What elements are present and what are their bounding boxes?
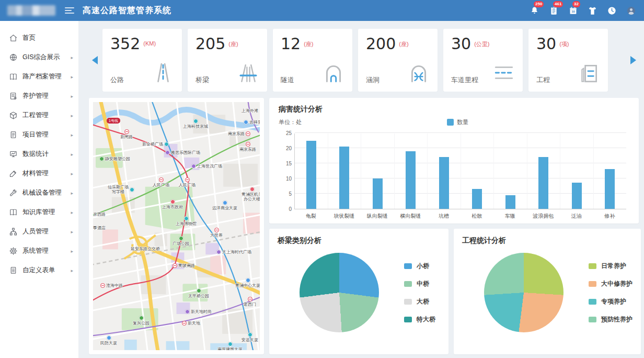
calendar-icon[interactable]: 1032	[567, 5, 579, 16]
map-label: 黄陂南路	[172, 263, 195, 268]
chevron-right-icon: ▸	[71, 132, 73, 138]
map-label-text: 太平桥公园	[188, 294, 209, 298]
map-label: 老西门	[244, 297, 256, 307]
chevron-right-icon: ▸	[71, 171, 73, 176]
legend-item-小桥[interactable]: 小桥	[404, 262, 435, 271]
bar-块状裂缝	[339, 147, 349, 209]
y-axis-tick: 15	[279, 161, 292, 166]
tunnel-icon	[323, 62, 344, 86]
chart-legend[interactable]: 数量	[447, 118, 468, 126]
bar-纵向裂缝	[373, 178, 383, 209]
map-label: 1号线	[107, 118, 120, 124]
sidebar-item-3[interactable]: 路产档案管理▸	[0, 67, 78, 86]
poi-icon-teal	[193, 119, 198, 124]
avatar-icon[interactable]	[625, 5, 637, 16]
legend-item-专项养护[interactable]: 专项养护	[589, 297, 632, 306]
main-content: 352(KM)公路205(座)桥梁12(座)隧道200(座)涵洞30(公里)车道…	[78, 21, 644, 358]
sidebar-item-5[interactable]: 工程管理▸	[0, 106, 78, 125]
stat-card-涵洞[interactable]: 200(座)涵洞	[358, 29, 438, 92]
map-label-text: 上海外滩	[242, 108, 258, 113]
legend-swatch	[447, 119, 454, 126]
map-label-text: 上海世茂广场	[197, 164, 222, 169]
y-axis-tick: 20	[279, 146, 292, 151]
bar-column	[560, 133, 593, 209]
sidebar-item-label: 知识库管理	[22, 208, 71, 217]
legend-swatch	[404, 299, 412, 305]
sidebar-item-7[interactable]: 数据统计▸	[0, 144, 78, 164]
map-label-text: 延安东路立交桥	[131, 247, 160, 251]
poi-icon-teal	[248, 332, 252, 337]
sidebar-item-2[interactable]: GIS综合展示▸	[0, 48, 78, 67]
menu-toggle-icon[interactable]	[65, 7, 74, 14]
clock-icon[interactable]	[606, 5, 617, 16]
road-icon	[152, 62, 174, 86]
legend-item-预防性养护[interactable]: 预防性养护	[589, 315, 632, 324]
poi-icon-red	[250, 187, 255, 192]
bar-column	[593, 133, 627, 209]
city-map[interactable]: 上海外滩1号线新闸路上海科技京城吉祥里南京东路南京东路新金桥广场雅居乐国际广场静…	[93, 102, 260, 350]
metro-station-icon	[185, 177, 190, 182]
chevron-right-icon: ▸	[71, 74, 73, 80]
clipboard-icon[interactable]: 461	[548, 5, 559, 16]
personnel-icon	[9, 227, 18, 236]
map-label-text: 远洋商业大厦	[212, 206, 237, 210]
map-label: 大上海时代广场	[216, 250, 251, 254]
map-label: 新天地	[182, 321, 200, 326]
legend-item-中桥[interactable]: 中桥	[404, 279, 435, 288]
engineering-pie-panel: 工程统计分析 日常养护大中修养护专项养护预防性养护	[454, 229, 641, 354]
map-label: 雅居乐国际广场	[165, 150, 200, 155]
cards-scroll-left-button[interactable]	[89, 56, 100, 64]
legend-item-大桥[interactable]: 大桥	[404, 297, 435, 306]
sidebar-item-11[interactable]: 人员管理▸	[0, 222, 78, 241]
stat-card-隧道[interactable]: 12(座)隧道	[273, 29, 352, 92]
stat-card-车道里程[interactable]: 30(公里)车道里程	[443, 29, 523, 92]
legend-item-特大桥[interactable]: 特大桥	[404, 315, 435, 324]
legend-swatch	[404, 263, 412, 269]
sidebar-item-13[interactable]: 自定义表单▸	[0, 261, 78, 280]
map-label-text: 新金桥广场	[142, 142, 163, 147]
metro-station-icon	[248, 297, 252, 301]
legend-item-大中修养护[interactable]: 大中修养护	[589, 279, 632, 288]
legend-label: 小桥	[417, 262, 429, 271]
stat-card-工程[interactable]: 30(项)工程	[528, 29, 608, 92]
sidebar-item-4[interactable]: 养护管理▸	[0, 86, 78, 106]
sidebar-item-9[interactable]: 机械设备管理▸	[0, 183, 78, 203]
shirt-icon[interactable]	[586, 5, 598, 16]
poi-icon-green	[139, 316, 144, 320]
svg-text:10: 10	[571, 10, 575, 13]
stat-card-bottom: 涵洞	[366, 62, 430, 86]
pie-legend: 小桥中桥大桥特大桥	[404, 262, 435, 324]
x-axis-label: 横向裂缝	[394, 212, 428, 220]
stat-card-公路[interactable]: 352(KM)公路	[102, 29, 182, 92]
bell-icon[interactable]: 250	[528, 5, 540, 16]
notification-badge: 32	[572, 1, 580, 7]
cards-scroll-right-button[interactable]	[627, 56, 639, 64]
stat-value: 30	[536, 36, 556, 52]
stat-unit: (座)	[399, 40, 408, 48]
map-label-text: 老西门	[244, 302, 256, 307]
metro-line-badge: 1号线	[107, 118, 120, 124]
bar-column	[361, 133, 394, 209]
map-label: 南京东路	[239, 142, 256, 152]
stat-card-桥梁[interactable]: 205(座)桥梁	[188, 29, 267, 92]
bar-column	[527, 133, 560, 209]
sidebar-item-10[interactable]: 知识库管理▸	[0, 203, 78, 222]
map-label-text: 黄陂南路	[178, 263, 195, 268]
poi-icon-red	[170, 199, 175, 204]
sidebar-item-1[interactable]: 首页	[0, 28, 78, 48]
sidebar-item-label: GIS综合展示	[22, 53, 71, 62]
sidebar-item-label: 系统管理	[22, 247, 71, 255]
map-label: 上海市政府	[162, 199, 183, 209]
sidebar-item-12[interactable]: 系统管理▸	[0, 241, 78, 261]
poi-icon-teal	[228, 342, 233, 346]
metro-station-icon	[246, 142, 250, 147]
bar-松散	[472, 189, 482, 209]
app-title: 高速公路智慧管养系统	[83, 5, 171, 16]
map-label-text: 南京东路	[228, 131, 245, 136]
legend-item-日常养护[interactable]: 日常养护	[589, 262, 632, 271]
chart-title: 病害统计分析	[279, 105, 629, 114]
stat-card-bottom: 车道里程	[451, 62, 515, 86]
sidebar-item-6[interactable]: 项目管理▸	[0, 125, 78, 144]
sidebar-item-8[interactable]: 材料管理▸	[0, 164, 78, 183]
bar-chart-plot: 0510152025	[294, 133, 626, 209]
